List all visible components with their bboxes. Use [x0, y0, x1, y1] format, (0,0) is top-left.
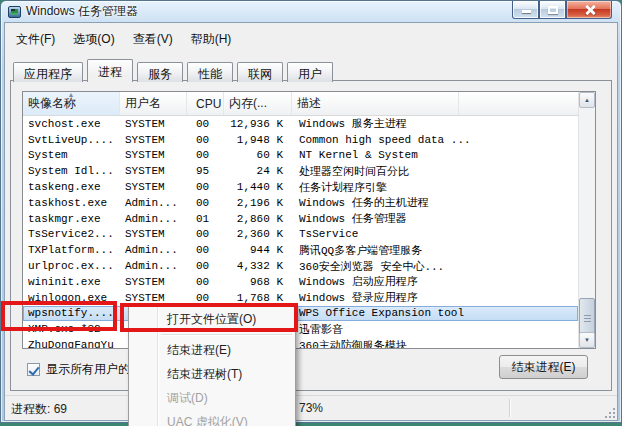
cell-desc: 迅雷影音: [292, 322, 578, 337]
menu-bar: 文件(F)选项(O)查看(V)帮助(H): [7, 28, 240, 48]
process-row[interactable]: System Idl...SYSTEM9524 K处理器空闲时间百分比: [23, 163, 578, 179]
cell-desc: Windows 服务主进程: [292, 116, 578, 131]
cell-desc: 腾讯QQ多客户端管理服务: [292, 243, 578, 258]
cell-mem: 2,360 K: [224, 228, 292, 240]
maximize-icon: [548, 6, 558, 14]
cell-name: taskeng.exe: [23, 181, 120, 193]
cell-cpu: 00: [187, 244, 224, 256]
process-row[interactable]: taskhost.exeAdmin...002,196 KWindows 任务的…: [23, 195, 578, 211]
process-row[interactable]: SvtLiveUp....SYSTEM001,948 KCommon high …: [23, 132, 578, 148]
resize-grip[interactable]: [605, 408, 615, 418]
header-label: 描述: [297, 95, 321, 112]
tab-0[interactable]: 应用程序: [13, 62, 83, 82]
header-cell-2[interactable]: CPU: [187, 92, 224, 115]
cell-desc: Common high speed data ...: [292, 134, 578, 146]
cell-mem: 4,332 K: [224, 260, 292, 272]
tab-4[interactable]: 联网: [237, 62, 283, 82]
close-button[interactable]: [566, 1, 612, 19]
cell-cpu: 00: [187, 292, 224, 304]
header-cell-1[interactable]: 用户名: [120, 92, 187, 115]
context-menu-item-0[interactable]: 打开文件位置(O): [129, 307, 295, 331]
cell-desc: Windows 任务的主机进程: [292, 195, 578, 210]
cell-name: wpsnotify....: [23, 307, 120, 319]
sort-ascending-icon: ▲: [68, 92, 75, 99]
cell-user: Admin...: [120, 213, 187, 225]
show-all-users-checkbox[interactable]: [27, 363, 40, 376]
process-row[interactable]: svchost.exeSYSTEM0012,936 KWindows 服务主进程: [23, 116, 578, 132]
header-cell-4[interactable]: 描述: [292, 92, 459, 115]
cell-name: urlproc.ex...: [23, 260, 120, 272]
cell-desc: 360主动防御服务模块: [292, 338, 578, 348]
cell-mem: 2,860 K: [224, 213, 292, 225]
tab-5[interactable]: 用户: [287, 62, 333, 82]
window-controls: [512, 1, 612, 19]
header-label: 用户名: [125, 95, 161, 112]
minimize-button[interactable]: [512, 1, 539, 19]
cell-desc: 360安全浏览器 安全中心...: [292, 259, 578, 274]
cell-name: taskmgr.exe: [23, 213, 120, 225]
maximize-button[interactable]: [539, 1, 566, 19]
cell-mem: 1,768 K: [224, 292, 292, 304]
app-icon: [8, 6, 21, 18]
cell-name: winlogon.exe: [23, 292, 120, 304]
header-cell-0[interactable]: ▲映像名称: [23, 92, 120, 115]
cell-user: SYSTEM: [120, 292, 187, 304]
cell-name: ZhuDongFangYu: [23, 339, 120, 348]
cell-cpu: 00: [187, 197, 224, 209]
menu-item-3[interactable]: 帮助(H): [182, 28, 241, 48]
context-menu-item-4: UAC 虚拟化(V): [129, 410, 295, 426]
cell-desc: TsService: [292, 228, 578, 240]
process-row[interactable]: ZhuDongFangYu360主动防御服务模块: [23, 337, 578, 348]
process-row[interactable]: XMP.exe *32迅雷影音: [23, 321, 578, 337]
cell-mem: 1,440 K: [224, 181, 292, 193]
scroll-up-button[interactable]: ▲: [579, 92, 595, 108]
cell-name: taskhost.exe: [23, 197, 120, 209]
context-menu-item-2[interactable]: 结束进程树(T): [129, 362, 295, 386]
cell-user: SYSTEM: [120, 149, 187, 161]
cell-mem: 24 K: [224, 165, 292, 177]
header-cell-3[interactable]: 内存(...: [224, 92, 292, 115]
tab-2[interactable]: 服务: [137, 62, 183, 82]
cell-name: System Idl...: [23, 165, 120, 177]
process-row[interactable]: SystemSYSTEM0060 KNT Kernel & System: [23, 148, 578, 164]
cell-name: XMP.exe *32: [23, 323, 120, 335]
process-row[interactable]: TsService2...SYSTEM002,360 KTsService: [23, 227, 578, 243]
cell-mem: 12,936 K: [224, 118, 292, 130]
cell-cpu: 01: [187, 213, 224, 225]
close-icon: [584, 4, 596, 16]
process-count: 进程数: 69: [11, 401, 67, 418]
menu-item-2[interactable]: 查看(V): [124, 28, 182, 48]
cell-user: SYSTEM: [120, 134, 187, 146]
cell-user: SYSTEM: [120, 276, 187, 288]
process-row[interactable]: taskmgr.exeAdmin...012,860 KWindows 任务管理…: [23, 211, 578, 227]
cell-name: TsService2...: [23, 228, 120, 240]
menu-separator: [161, 334, 292, 335]
process-row[interactable]: urlproc.ex...Admin...004,332 K360安全浏览器 安…: [23, 258, 578, 274]
tab-1[interactable]: 进程: [87, 59, 133, 82]
cell-desc: Windows 启动应用程序: [292, 274, 578, 289]
tab-3[interactable]: 性能: [187, 62, 233, 82]
cell-mem: 944 K: [224, 244, 292, 256]
process-row[interactable]: wininit.exeSYSTEM00968 KWindows 启动应用程序: [23, 274, 578, 290]
process-row[interactable]: taskeng.exeSYSTEM001,440 K任务计划程序引擎: [23, 179, 578, 195]
cell-user: Admin...: [120, 197, 187, 209]
desktop: Windows 任务管理器 文件(F)选项(O)查看(V)帮助(H) 应用程序进…: [0, 0, 622, 426]
process-row[interactable]: wpsnotify....WPS Office Expansion tool: [23, 306, 578, 322]
cell-cpu: 00: [187, 228, 224, 240]
end-process-button[interactable]: 结束进程(E): [499, 355, 588, 379]
cell-user: SYSTEM: [120, 228, 187, 240]
process-row[interactable]: winlogon.exeSYSTEM001,768 KWindows 登录应用程…: [23, 290, 578, 306]
cell-user: SYSTEM: [120, 181, 187, 193]
vertical-scrollbar[interactable]: ▲ ▼: [578, 92, 595, 348]
tab-strip: 应用程序进程服务性能联网用户: [13, 59, 337, 82]
scroll-down-button[interactable]: ▼: [579, 332, 595, 348]
context-menu-item-1[interactable]: 结束进程(E): [129, 338, 295, 362]
cell-name: System: [23, 149, 120, 161]
title-bar[interactable]: Windows 任务管理器: [1, 1, 621, 22]
cell-name: TXPlatform...: [23, 244, 120, 256]
process-row[interactable]: TXPlatform...Admin...00944 K腾讯QQ多客户端管理服务: [23, 242, 578, 258]
menu-item-0[interactable]: 文件(F): [7, 28, 64, 48]
cell-mem: 968 K: [224, 276, 292, 288]
list-header: ▲映像名称用户名CPU内存(...描述: [23, 92, 578, 116]
menu-item-1[interactable]: 选项(O): [64, 28, 123, 48]
